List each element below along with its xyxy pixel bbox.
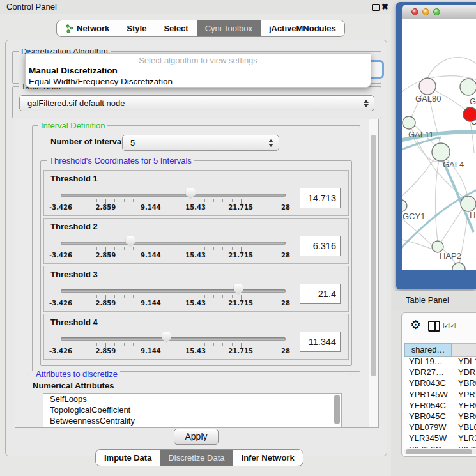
number-of-intervals-combobox[interactable]: 5 xyxy=(122,135,279,151)
cell-name[interactable]: YER054C xyxy=(452,401,476,411)
attribute-list-item[interactable]: BetweennessCentrality xyxy=(43,415,341,426)
major-tick xyxy=(61,343,61,348)
apply-button[interactable]: Apply xyxy=(174,429,219,445)
tab-discretize-data[interactable]: Discretize Data xyxy=(160,450,233,466)
minor-tick xyxy=(268,343,268,346)
tick-label: 2.859 xyxy=(96,204,116,211)
settings-vertical-scrollbar[interactable] xyxy=(369,119,378,427)
cell-shared-name[interactable]: YIL053C xyxy=(404,445,452,449)
zoom-window-icon[interactable] xyxy=(433,8,440,15)
tab-impute-data[interactable]: Impute Data xyxy=(96,450,160,466)
table-row[interactable]: YLR345WYLR345W xyxy=(404,433,476,444)
cell-shared-name[interactable]: YBL079W xyxy=(404,422,452,433)
node-right-mid[interactable] xyxy=(461,196,476,211)
slider-track[interactable] xyxy=(61,194,286,197)
table-row[interactable]: YBL079WYBL079W xyxy=(404,422,476,433)
slider-track[interactable] xyxy=(61,289,286,293)
cyni-bottom-tabbar: Impute Data Discretize Data Infer Networ… xyxy=(95,449,303,466)
cell-name[interactable]: YBR045C xyxy=(452,411,476,422)
tab-network[interactable]: Network xyxy=(57,20,118,36)
node-left[interactable] xyxy=(403,116,415,129)
minor-tick xyxy=(133,199,134,202)
cell-shared-name[interactable]: YBR045C xyxy=(404,411,452,422)
threshold-value-field[interactable]: 6.316 xyxy=(300,236,341,256)
slider-thumb[interactable] xyxy=(162,332,171,343)
column-header-shared-name[interactable]: shared… xyxy=(404,343,452,357)
minor-tick xyxy=(142,343,142,346)
node-gal4[interactable] xyxy=(432,143,450,161)
table-row[interactable]: YDR27…YDR27 xyxy=(404,367,476,378)
slider-track[interactable] xyxy=(61,242,286,245)
slider-thumb[interactable] xyxy=(234,284,243,295)
cell-shared-name[interactable]: YPR145W xyxy=(404,390,452,401)
attribute-list-item[interactable]: SelfLoops xyxy=(43,394,341,404)
column-header-name[interactable]: n xyxy=(452,343,476,357)
major-tick xyxy=(196,343,196,348)
table-row[interactable]: YER054CYER054C xyxy=(404,401,476,411)
cell-name[interactable]: YBR043C xyxy=(452,378,476,389)
slider-tick-labels: -3.4262.8599.14415.4321.71528 xyxy=(61,204,286,211)
cell-name[interactable]: YIL053C xyxy=(452,445,476,449)
slider-thumb[interactable] xyxy=(186,188,196,199)
table-data-combobox[interactable]: galFiltered.sif default node xyxy=(19,95,374,111)
slider-thumb[interactable] xyxy=(126,236,135,247)
tab-jactivemnodules[interactable]: jActiveMNodules xyxy=(261,20,344,36)
node-partial-bottom[interactable] xyxy=(452,263,465,270)
network-window-titlebar[interactable] xyxy=(402,5,476,19)
cell-name[interactable]: YDL19 xyxy=(452,357,476,367)
cell-name[interactable]: YLR345W xyxy=(452,433,476,444)
gear-icon[interactable]: ⚙ xyxy=(410,318,421,332)
minor-tick xyxy=(204,199,205,202)
numerical-attributes-list[interactable]: SelfLoopsTopologicalCoefficientBetweenne… xyxy=(43,393,342,428)
node-label-gal80: GAL80 xyxy=(415,94,441,104)
attribute-list-item[interactable]: TopologicalCoefficient xyxy=(43,404,341,415)
slider-tick-labels: -3.4262.8599.14415.4321.71528 xyxy=(61,348,286,355)
table-row[interactable]: YPR145WYPR145W xyxy=(404,390,476,401)
table-row[interactable]: YDL19…YDL19 xyxy=(404,357,476,367)
cell-name[interactable]: YBL079W xyxy=(452,422,476,433)
minor-tick xyxy=(187,295,187,298)
table-row[interactable]: YBR043CYBR043C xyxy=(404,378,476,389)
cell-name[interactable]: YDR27 xyxy=(452,367,476,378)
cell-shared-name[interactable]: YBR043C xyxy=(404,378,452,389)
table-horizontal-scrollbar[interactable] xyxy=(404,449,476,454)
scrollbar-thumb[interactable] xyxy=(406,449,472,454)
tick-label: 15.43 xyxy=(185,204,206,211)
node-gcy1[interactable] xyxy=(402,200,407,211)
tab-select[interactable]: Select xyxy=(155,20,196,36)
table-body[interactable]: YDL19…YDL19YDR27…YDR27YBR043CYBR043CYPR1… xyxy=(404,357,476,448)
columns-icon[interactable] xyxy=(428,321,440,332)
table-row[interactable]: YIL053CYIL053C xyxy=(404,445,476,449)
slider-track[interactable] xyxy=(61,337,286,341)
tab-style[interactable]: Style xyxy=(118,20,155,36)
threshold-value-field[interactable]: 14.713 xyxy=(300,188,341,208)
tab-cyni-toolbox[interactable]: Cyni Toolbox xyxy=(197,20,261,36)
node-partial-top-right[interactable] xyxy=(460,79,476,95)
node-gal80[interactable] xyxy=(419,78,436,95)
scrollbar-thumb[interactable] xyxy=(371,135,376,376)
algorithm-option-equal-width[interactable]: Equal Width/Frequency Discretization xyxy=(26,76,371,87)
table-row[interactable]: YBR045CYBR045C xyxy=(404,411,476,422)
threshold-value-field[interactable]: 11.344 xyxy=(300,332,341,352)
cell-shared-name[interactable]: YLR345W xyxy=(404,433,452,444)
list-scrollbar[interactable] xyxy=(334,395,340,424)
cell-name[interactable]: YPR145W xyxy=(452,390,476,401)
interval-definition-group-title: Interval Definition xyxy=(38,121,107,130)
tab-impute-data-label: Impute Data xyxy=(104,450,151,466)
network-view-window: GAL80 GAL11 GAL4 GCY1 HAP2 GA C H xyxy=(396,2,476,289)
minor-tick xyxy=(133,295,134,298)
algorithm-option-manual[interactable]: Manual Discretization xyxy=(26,65,371,76)
minimize-window-icon[interactable] xyxy=(422,8,429,15)
major-tick xyxy=(241,343,242,348)
cell-shared-name[interactable]: YDR27… xyxy=(404,367,452,378)
threshold-value-field[interactable]: 21.4 xyxy=(300,284,341,304)
close-panel-icon[interactable]: ✖ xyxy=(381,2,388,12)
tab-infer-network[interactable]: Infer Network xyxy=(233,450,303,466)
network-canvas[interactable]: GAL80 GAL11 GAL4 GCY1 HAP2 GA C H xyxy=(402,19,476,270)
cell-shared-name[interactable]: YER054C xyxy=(404,401,452,411)
float-panel-icon[interactable] xyxy=(372,4,380,11)
control-panel-titlebar: Control Panel ✖ xyxy=(0,0,391,14)
close-window-icon[interactable] xyxy=(411,8,418,15)
select-columns-checkboxes-icon[interactable]: ☑☑ xyxy=(443,321,456,330)
cell-shared-name[interactable]: YDL19… xyxy=(404,357,452,367)
